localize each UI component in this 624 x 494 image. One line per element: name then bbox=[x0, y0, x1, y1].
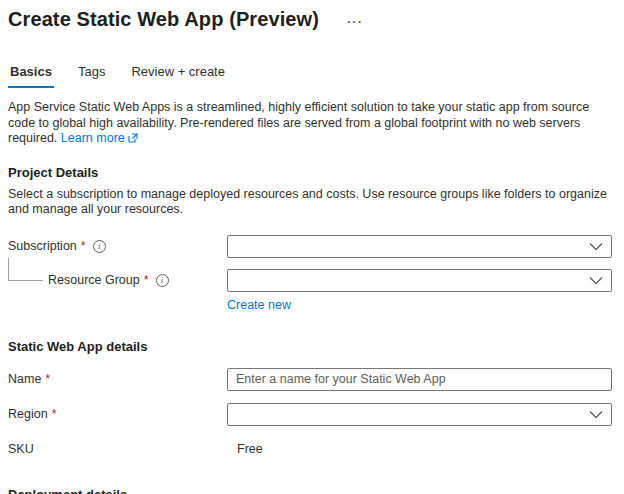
sku-label: SKU bbox=[8, 442, 34, 456]
required-asterisk: * bbox=[144, 273, 149, 287]
app-details-heading: Static Web App details bbox=[8, 339, 614, 354]
chevron-down-icon bbox=[589, 242, 603, 251]
name-label-group: Name * bbox=[8, 372, 227, 386]
subscription-row: Subscription * i bbox=[8, 235, 614, 258]
page-header: Create Static Web App (Preview) ··· bbox=[8, 8, 614, 31]
region-label-group: Region * bbox=[8, 407, 227, 421]
tab-review-create[interactable]: Review + create bbox=[129, 64, 227, 88]
sku-label-group: SKU bbox=[8, 442, 227, 456]
create-new-link[interactable]: Create new bbox=[227, 298, 291, 312]
region-dropdown[interactable] bbox=[227, 403, 612, 426]
intro-paragraph: App Service Static Web Apps is a streaml… bbox=[8, 100, 614, 147]
deployment-details-heading: Deployment details bbox=[8, 487, 614, 494]
name-label: Name bbox=[8, 372, 41, 386]
resource-group-label: Resource Group bbox=[48, 273, 140, 287]
resource-group-row: Resource Group * i bbox=[8, 269, 614, 292]
required-asterisk: * bbox=[52, 407, 57, 421]
sku-row: SKU Free bbox=[8, 442, 614, 456]
tree-connector bbox=[8, 258, 43, 281]
name-input[interactable] bbox=[227, 368, 612, 391]
sku-value: Free bbox=[227, 442, 263, 456]
required-asterisk: * bbox=[45, 372, 50, 386]
create-static-web-app-page: Create Static Web App (Preview) ··· Basi… bbox=[0, 0, 624, 494]
chevron-down-icon bbox=[589, 410, 603, 419]
region-row: Region * bbox=[8, 403, 614, 426]
subscription-label-group: Subscription * i bbox=[8, 239, 227, 253]
subscription-label: Subscription bbox=[8, 239, 77, 253]
info-icon[interactable]: i bbox=[93, 240, 106, 253]
info-icon[interactable]: i bbox=[156, 274, 169, 287]
chevron-down-icon bbox=[589, 276, 603, 285]
resource-group-dropdown[interactable] bbox=[227, 269, 612, 292]
project-details-description: Select a subscription to manage deployed… bbox=[8, 187, 614, 218]
more-options-ellipsis-icon[interactable]: ··· bbox=[347, 15, 363, 28]
page-title: Create Static Web App (Preview) bbox=[8, 8, 319, 31]
create-new-row: Create new bbox=[8, 292, 614, 312]
learn-more-link[interactable]: Learn more bbox=[61, 131, 138, 145]
wizard-tabs: Basics Tags Review + create bbox=[8, 64, 614, 88]
tab-basics[interactable]: Basics bbox=[8, 64, 54, 88]
tab-tags[interactable]: Tags bbox=[76, 64, 107, 88]
external-link-icon bbox=[128, 133, 138, 143]
project-details-heading: Project Details bbox=[8, 165, 614, 180]
required-asterisk: * bbox=[81, 239, 86, 253]
region-label: Region bbox=[8, 407, 48, 421]
name-row: Name * bbox=[8, 368, 614, 391]
subscription-dropdown[interactable] bbox=[227, 235, 612, 258]
